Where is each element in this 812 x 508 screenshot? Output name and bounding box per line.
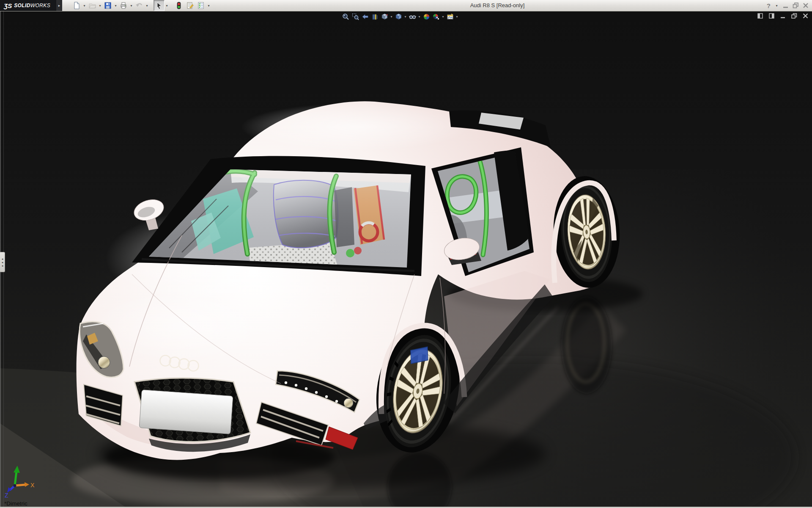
- heads-up-view-toolbar: ▾ ▾ ▾ ▾ ▾: [341, 12, 459, 21]
- roof-highlight: [241, 103, 469, 151]
- undo-button[interactable]: [134, 0, 145, 11]
- file-properties-icon: [186, 2, 194, 9]
- print-flyout-caret[interactable]: ▾: [129, 4, 134, 8]
- save-floppy-icon: [104, 2, 112, 9]
- zoom-to-area-icon: [352, 13, 359, 20]
- window-title: Audi R8 S [Read-only]: [470, 0, 525, 11]
- apply-scene-sphere-icon: [423, 13, 430, 20]
- new-document-button[interactable]: [71, 0, 82, 11]
- logo-name-light: WORKS: [30, 3, 50, 8]
- previous-view-button[interactable]: [360, 12, 370, 21]
- apply-scene-button[interactable]: [422, 12, 431, 21]
- title-bar: ƷS SOLIDWORKS ▸ ▾ ▾ ▾ ▾ ▾ ▾: [0, 0, 812, 11]
- display-style-caret[interactable]: ▾: [403, 15, 407, 19]
- new-document-icon: [73, 2, 80, 9]
- options-checklist-icon: [197, 2, 205, 9]
- x-axis-label: X: [30, 482, 35, 489]
- open-folder-icon: [88, 2, 96, 9]
- select-tool-button[interactable]: [154, 0, 165, 11]
- options-flyout-caret[interactable]: ▾: [206, 4, 211, 8]
- print-icon: [120, 2, 127, 9]
- view-settings-button[interactable]: [431, 12, 441, 21]
- previous-view-icon: [362, 13, 369, 20]
- help-flyout-caret[interactable]: ▾: [774, 4, 779, 8]
- undo-flyout-caret[interactable]: ▾: [145, 4, 149, 8]
- model-scene[interactable]: X Z: [0, 11, 812, 508]
- edit-appearance-button[interactable]: [445, 12, 455, 21]
- menu-flyout-tab[interactable]: ▸: [56, 0, 62, 11]
- select-cursor-icon: [155, 2, 163, 9]
- standard-toolbar: ▾ ▾ ▾ ▾ ▾ ▾ ▾: [71, 0, 211, 11]
- view-orientation-cube-icon: [381, 13, 388, 20]
- eyeglasses-icon: [409, 13, 416, 20]
- logo-monogram: ƷS: [4, 2, 12, 9]
- app-window-controls: ? ▾: [767, 0, 809, 11]
- zoom-to-area-button[interactable]: [351, 12, 360, 21]
- edit-appearance-caret[interactable]: ▾: [455, 15, 459, 19]
- open-flyout-caret[interactable]: ▾: [98, 4, 102, 8]
- view-orientation-status: *Dimetric: [4, 500, 27, 507]
- edit-appearance-icon: [447, 13, 454, 20]
- hide-show-items-caret[interactable]: ▾: [417, 15, 421, 19]
- view-orientation-caret[interactable]: ▾: [390, 15, 393, 19]
- view-orientation-button[interactable]: [380, 12, 389, 21]
- graphics-viewport[interactable]: X Z ▾ ▾ ▾: [0, 11, 812, 508]
- zoom-to-fit-button[interactable]: [341, 12, 350, 21]
- save-flyout-caret[interactable]: ▾: [113, 4, 118, 8]
- doc-minimize-button[interactable]: [780, 13, 786, 19]
- display-style-button[interactable]: [394, 12, 403, 21]
- zoom-to-fit-icon: [342, 13, 349, 20]
- new-flyout-caret[interactable]: ▾: [82, 4, 87, 8]
- minimize-button[interactable]: [783, 3, 789, 8]
- close-button[interactable]: [803, 3, 809, 8]
- display-style-cube-icon: [395, 13, 402, 20]
- print-button[interactable]: [118, 0, 129, 11]
- hide-show-items-button[interactable]: [408, 12, 417, 21]
- restore-button[interactable]: [793, 3, 799, 8]
- save-button[interactable]: [102, 0, 113, 11]
- view-settings-caret[interactable]: ▾: [441, 15, 445, 19]
- file-properties-button[interactable]: [184, 0, 195, 11]
- logo-name-bold: SOLID: [14, 3, 30, 8]
- license-plate[interactable]: [139, 390, 233, 434]
- section-view-button[interactable]: [370, 12, 379, 21]
- featuremanager-splitter-handle[interactable]: ◂ ◂ ◂: [0, 252, 5, 272]
- expand-panel-right-icon[interactable]: [769, 13, 775, 19]
- rebuild-button[interactable]: [173, 0, 184, 11]
- x-axis-arrow: [15, 485, 25, 486]
- solidworks-logo: ƷS SOLIDWORKS: [0, 0, 56, 11]
- options-button[interactable]: [195, 0, 206, 11]
- view-settings-sphere-icon: [433, 13, 440, 20]
- select-flyout-caret[interactable]: ▾: [165, 4, 169, 8]
- doc-close-button[interactable]: [803, 13, 808, 19]
- doc-restore-button[interactable]: [791, 13, 797, 19]
- document-window-controls: [757, 13, 808, 19]
- undo-arrow-icon: [135, 2, 143, 9]
- expand-panel-left-icon[interactable]: [757, 13, 763, 19]
- open-document-button[interactable]: [87, 0, 98, 11]
- section-view-icon: [371, 13, 379, 20]
- help-button[interactable]: ?: [767, 2, 771, 9]
- rebuild-traffic-light-icon: [175, 2, 183, 9]
- z-axis-label: Z: [5, 492, 8, 499]
